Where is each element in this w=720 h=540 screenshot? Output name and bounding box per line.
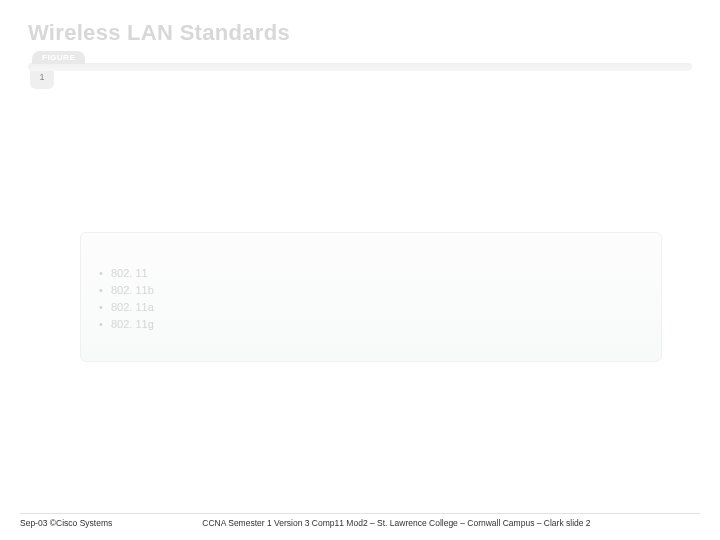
footer-course-info: CCNA Semester 1 Version 3 Comp11 Mod2 – … [112, 518, 700, 528]
page-number-tab: 1 [30, 71, 54, 89]
list-item: 802. 11b [99, 282, 643, 299]
footer-copyright: Sep-03 ©Cisco Systems [20, 518, 112, 528]
figure-tab-label: FIGURE [32, 51, 85, 64]
list-item: 802. 11g [99, 316, 643, 333]
slide: Wireless LAN Standards FIGURE 1 802. 11 … [0, 0, 720, 540]
footer: Sep-03 ©Cisco Systems CCNA Semester 1 Ve… [0, 513, 720, 528]
content-panel: 802. 11 802. 11b 802. 11a 802. 11g [80, 232, 662, 362]
footer-divider [20, 513, 700, 514]
list-item: 802. 11 [99, 265, 643, 282]
page-title: Wireless LAN Standards [28, 20, 692, 46]
figure-bar [28, 63, 692, 71]
standards-list: 802. 11 802. 11b 802. 11a 802. 11g [99, 265, 643, 333]
footer-text: Sep-03 ©Cisco Systems CCNA Semester 1 Ve… [20, 518, 700, 528]
list-item: 802. 11a [99, 299, 643, 316]
